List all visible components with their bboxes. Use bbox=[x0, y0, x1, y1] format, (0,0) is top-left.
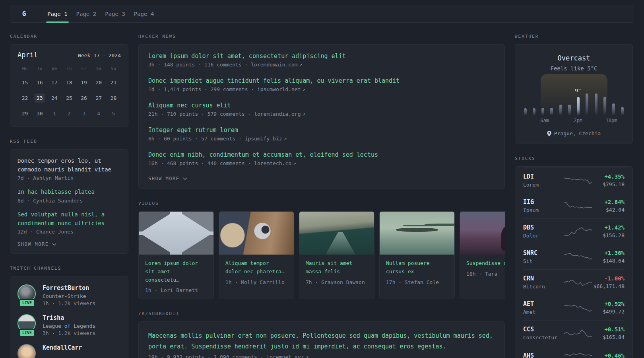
calendar-day: 30 bbox=[32, 106, 47, 121]
stock-row[interactable]: AET Amet +0.92% $499.72 bbox=[523, 295, 625, 320]
calendar-day: 15 bbox=[17, 75, 32, 90]
stock-sparkline bbox=[564, 175, 592, 186]
app-logo: G bbox=[10, 5, 38, 22]
calendar-weekday: Th bbox=[62, 63, 76, 75]
video-card[interactable]: Lorem ipsum dolor sit amet consectetu… 1… bbox=[138, 211, 214, 299]
rss-item: In hac habitasse platea 8d · Cynthia Sau… bbox=[17, 188, 121, 204]
stock-row[interactable]: SNRC Sit +1.36% $148.64 bbox=[523, 244, 625, 269]
stock-price: $795.18 bbox=[592, 181, 625, 187]
twitch-channel-row[interactable]: LIVE Trisha League of Legends 3h · 1.2k … bbox=[17, 314, 121, 336]
twitch-channel-row[interactable]: LIVE ForrestBurton Counter-Strike 1h · 1… bbox=[17, 284, 121, 306]
rss-item-link[interactable]: Sed volutpat nulla nisl, a condimentum n… bbox=[17, 210, 121, 228]
stock-name: Lorem bbox=[523, 182, 561, 188]
hackernews-show-more-button[interactable]: SHOW MORE bbox=[148, 176, 495, 181]
calendar-widget: April Week 17 · 2024 MoTuWeThFrSaSu 15 1… bbox=[10, 44, 128, 127]
story-link[interactable]: Lorem ipsum dolor sit amet, consectetur … bbox=[148, 53, 495, 60]
stock-sparkline bbox=[564, 328, 592, 339]
channel-name[interactable]: ForrestBurton bbox=[43, 284, 95, 292]
right-column: WEATHER Overcast Feels like 5°C 9° 6am2p… bbox=[515, 34, 633, 358]
rss-list: Donec tempor eros leo, ut commodo mauris… bbox=[17, 157, 121, 235]
rss-item-meta: 12d · Chance Jones bbox=[17, 229, 121, 235]
story-item: Donec imperdiet augue tincidunt felis al… bbox=[148, 77, 495, 92]
rss-show-more-button[interactable]: SHOW MORE bbox=[17, 241, 121, 247]
weather-time-label: 2pm bbox=[574, 118, 582, 123]
stock-row[interactable]: CRN Bitcorn -1.00% $66,171.48 bbox=[523, 269, 625, 295]
channel-name[interactable]: Trisha bbox=[43, 314, 95, 321]
stock-row[interactable]: CCS Consectetur +0.51% $165.84 bbox=[523, 320, 625, 346]
stock-price: $42.04 bbox=[592, 207, 625, 213]
stock-price: $499.72 bbox=[592, 309, 625, 315]
page-tab[interactable]: Page 1 bbox=[43, 5, 72, 22]
stock-symbol: AET bbox=[523, 300, 561, 307]
page-tab[interactable]: Page 2 bbox=[72, 5, 101, 22]
calendar-day: 28 bbox=[106, 91, 121, 105]
stock-price: $156.28 bbox=[592, 232, 625, 238]
story-link[interactable]: Donec imperdiet augue tincidunt felis al… bbox=[148, 77, 495, 84]
stock-symbol: AHS bbox=[523, 352, 561, 358]
rss-item-link[interactable]: Donec tempor eros leo, ut commodo mauris… bbox=[17, 157, 121, 174]
subreddit-post: Maecenas mollis pulvinar erat non posuer… bbox=[148, 331, 495, 358]
twitch-channel-row[interactable]: LIVE KendallCarr bbox=[17, 344, 121, 358]
channel-game: Counter-Strike bbox=[43, 293, 95, 299]
weather-bar bbox=[550, 108, 553, 115]
twitch-section: TWITCH CHANNELS LIVE ForrestBurton Count… bbox=[10, 266, 128, 358]
stock-row[interactable]: DBS Dolor +1.42% $156.28 bbox=[523, 218, 625, 244]
stock-name: Bitcorn bbox=[523, 284, 561, 290]
stock-name: Amet bbox=[523, 309, 561, 315]
stock-change: +0.46% bbox=[592, 352, 625, 358]
calendar-weekday: Fr bbox=[77, 63, 91, 75]
stock-price: $165.84 bbox=[592, 334, 625, 340]
stock-row[interactable]: IIG Ipsum +2.84% $42.04 bbox=[523, 193, 625, 218]
story-link[interactable]: Integer eget rutrum lorem bbox=[148, 126, 495, 134]
post-link[interactable]: Maecenas mollis pulvinar erat non posuer… bbox=[148, 331, 495, 352]
story-link[interactable]: Donec enim nibh, condimentum et accumsan… bbox=[148, 151, 495, 158]
calendar-day: 2 bbox=[62, 106, 76, 121]
page-tab[interactable]: Page 4 bbox=[130, 5, 159, 22]
weather-bars bbox=[524, 84, 624, 115]
weather-widget: Overcast Feels like 5°C 9° 6am2pm10pm Pr… bbox=[515, 44, 633, 144]
weather-peak-temp: 9° bbox=[575, 88, 581, 93]
external-link-icon: ↗ bbox=[303, 111, 306, 117]
stock-symbol: CRN bbox=[523, 275, 561, 282]
calendar-day: 25 bbox=[62, 91, 76, 105]
stock-sparkline bbox=[564, 303, 592, 313]
dashboard-content: CALENDAR April Week 17 · 2024 MoTuWeThFr… bbox=[10, 23, 644, 358]
stock-row[interactable]: LDI Lorem +4.35% $795.18 bbox=[523, 167, 625, 193]
calendar-day: 17 bbox=[47, 75, 62, 90]
calendar-weekday: Su bbox=[106, 63, 121, 75]
calendar-year: 2024 bbox=[109, 53, 121, 58]
page-tabs: Page 1 Page 2 Page 3 Page 4 bbox=[43, 5, 158, 22]
video-title: Aliquam tempor dolor nec pharetra… bbox=[219, 255, 294, 278]
story-link[interactable]: Aliquam nec cursus elit bbox=[148, 102, 495, 109]
live-badge: LIVE bbox=[19, 329, 35, 337]
video-title: Nullam posuere cursus ex bbox=[380, 255, 454, 278]
stock-row[interactable]: AHS +0.46% bbox=[523, 346, 625, 358]
rss-widget: Donec tempor eros leo, ut commodo mauris… bbox=[10, 149, 128, 254]
video-meta: 18h · Tara bbox=[460, 269, 505, 282]
channel-viewers: 1h · 1.7k viewers bbox=[43, 300, 95, 306]
rss-item-meta: 7d · Ashlyn Martin bbox=[17, 175, 121, 181]
stock-sparkline bbox=[564, 201, 592, 211]
stock-change: +1.36% bbox=[592, 250, 625, 256]
video-card[interactable]: Mauris sit amet massa felis 7h · Grayson… bbox=[299, 211, 374, 299]
channel-viewers: 3h · 1.2k viewers bbox=[43, 330, 95, 336]
stock-symbol: LDI bbox=[523, 173, 561, 180]
stock-sparkline bbox=[564, 277, 592, 288]
story-item: Aliquam nec cursus elit 21h · 710 points… bbox=[148, 102, 495, 117]
calendar-month: April bbox=[17, 51, 38, 59]
page-tab[interactable]: Page 3 bbox=[101, 5, 130, 22]
external-link-icon: ↗ bbox=[299, 62, 303, 68]
calendar-day: 24 bbox=[47, 91, 62, 105]
stock-change: +1.42% bbox=[592, 224, 625, 231]
left-column: CALENDAR April Week 17 · 2024 MoTuWeThFr… bbox=[10, 34, 128, 358]
calendar-day: 26 bbox=[77, 91, 91, 105]
dot-separator: · bbox=[103, 53, 106, 58]
channel-name[interactable]: KendallCarr bbox=[43, 344, 82, 351]
video-card[interactable]: Aliquam tempor dolor nec pharetra… 1h · … bbox=[219, 211, 294, 299]
video-title: Suspendisse diam bbox=[460, 255, 505, 269]
rss-item-link[interactable]: In hac habitasse platea bbox=[17, 188, 121, 197]
video-card[interactable]: Suspendisse diam 18h · Tara bbox=[460, 211, 505, 299]
calendar-day: 22 bbox=[17, 91, 32, 105]
chevron-down-icon bbox=[52, 243, 56, 246]
video-card[interactable]: Nullam posuere cursus ex 17h · Stefan Co… bbox=[379, 211, 455, 299]
